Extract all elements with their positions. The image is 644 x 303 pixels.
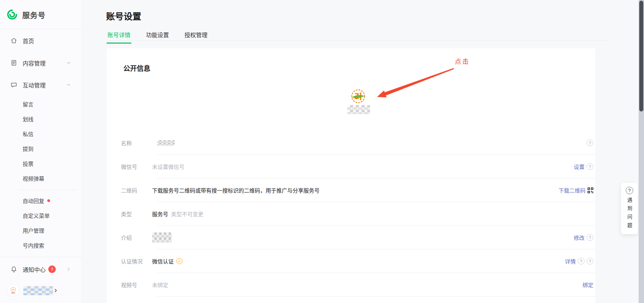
sidebar-item-label: 内容管理 <box>23 59 46 67</box>
annotation-arrow <box>374 67 462 102</box>
modify-intro-link[interactable]: 修改 <box>574 233 585 242</box>
sidebar-item-user-mgmt[interactable]: 用户管理 <box>0 226 82 235</box>
table-row-qrcode: 二维码 下载服务号二维码或带有搜一搜标识的二维码，用于推广与分享服务号 下载二维… <box>107 178 595 202</box>
field-value: 微信认证 ✓ <box>152 257 182 265</box>
sidebar-item-private-msg[interactable]: 私信 <box>0 129 82 138</box>
sidebar-item-home[interactable]: 首页 <box>0 35 82 46</box>
sidebar-divider <box>0 257 82 257</box>
sidebar-account-switcher[interactable] <box>0 283 82 298</box>
page-title: 账号设置 <box>106 9 141 22</box>
field-value: 下载服务号二维码或带有搜一搜标识的二维码，用于推广与分享服务号 <box>152 186 320 194</box>
field-label: 介绍 <box>121 233 132 242</box>
sidebar-item-label: 自动回复 <box>23 197 44 205</box>
chat-bubble-icon <box>10 81 18 89</box>
table-row-name: 名称 ? <box>107 131 595 155</box>
sidebar-item-underlines[interactable]: 划线 <box>0 114 82 124</box>
sidebar-divider <box>18 190 77 190</box>
sidebar-item-label: 用户管理 <box>23 226 44 234</box>
sidebar-item-video-danmu[interactable]: 视频弹幕 <box>0 174 82 183</box>
sidebar-item-content-mgmt[interactable]: 内容管理 <box>0 57 82 68</box>
sidebar-item-label: 私信 <box>23 130 33 138</box>
set-wechat-id-link[interactable]: 设置 <box>574 162 585 171</box>
brand-logo-icon <box>6 9 18 20</box>
sidebar-item-label: 互动管理 <box>23 81 46 89</box>
account-logo-avatar[interactable]: Z <box>350 88 366 104</box>
scrollbar-track[interactable] <box>639 0 644 303</box>
field-label: 二维码 <box>121 186 137 194</box>
tab-authorization-mgmt[interactable]: 授权管理 <box>184 30 207 44</box>
help-icon[interactable]: ? <box>587 234 593 241</box>
type-value: 服务号 <box>152 210 168 218</box>
tab-feature-settings[interactable]: 功能设置 <box>146 30 169 44</box>
sidebar-item-notifications[interactable]: 通知中心 7 <box>0 263 82 275</box>
account-name-redacted <box>23 286 53 295</box>
sidebar-item-account-search[interactable]: 号内搜索 <box>0 241 82 250</box>
scrollbar-thumb[interactable] <box>639 1 643 111</box>
type-note: 类型不可变更 <box>171 210 203 218</box>
sidebar-item-label: 视频弹幕 <box>23 174 44 182</box>
public-info-card: 公开信息 Z 点击 名称 ? <box>107 48 595 303</box>
sidebar-item-mentions[interactable]: 提到 <box>0 144 82 153</box>
account-avatar <box>7 284 19 297</box>
sidebar-item-label: 划线 <box>23 115 33 123</box>
document-icon <box>10 59 18 67</box>
bell-icon <box>10 266 18 273</box>
table-row-wechat-id: 微信号 未设置微信号 设置 ? <box>107 155 595 178</box>
sidebar-item-votes[interactable]: 投票 <box>0 159 82 168</box>
verified-check-icon: ✓ <box>176 258 182 264</box>
name-value-redacted <box>157 140 175 146</box>
sidebar-item-label: 首页 <box>23 36 34 45</box>
help-icon[interactable]: ? <box>587 258 593 264</box>
table-row-type: 类型 服务号 类型不可变更 <box>107 202 595 226</box>
download-qrcode-link[interactable]: 下载二维码 <box>559 186 586 194</box>
chevron-up-icon <box>66 82 71 87</box>
brand-header: 服务号 <box>0 0 82 29</box>
field-label: 认证情况 <box>121 257 143 265</box>
field-label: 类型 <box>121 210 132 218</box>
sidebar-item-label: 通知中心 <box>23 265 46 274</box>
help-icon: ? <box>626 187 633 194</box>
verification-details-link[interactable]: 详情 <box>565 257 576 265</box>
help-icon[interactable]: ? <box>578 258 585 264</box>
sidebar-item-interaction-mgmt[interactable]: 互动管理 <box>0 79 82 90</box>
check-glyph: ✓ <box>178 259 181 263</box>
help-floating-panel[interactable]: ? 遇到问题 <box>621 183 638 234</box>
table-row-intro: 介绍 修改 ? <box>107 226 595 249</box>
field-label: 名称 <box>121 139 132 147</box>
verification-value: 微信认证 <box>152 257 174 265</box>
sidebar-item-custom-menu[interactable]: 自定义菜单 <box>0 211 82 220</box>
field-label: 微信号 <box>121 162 137 171</box>
intro-value-redacted <box>152 232 172 243</box>
sidebar-item-label: 号内搜索 <box>23 241 44 249</box>
sidebar-item-auto-reply[interactable]: 自动回复 <box>0 196 82 205</box>
field-value: 服务号 类型不可变更 <box>152 210 203 218</box>
tab-account-details[interactable]: 账号详情 <box>107 30 130 44</box>
sidebar-item-label: 投票 <box>23 159 33 168</box>
annotation-click-label: 点击 <box>455 56 470 66</box>
sidebar-item-label: 自定义菜单 <box>23 211 50 220</box>
sidebar-item-label: 留言 <box>23 100 33 108</box>
help-glyph: ? <box>589 259 591 264</box>
field-value: 未绑定 <box>152 281 168 289</box>
brand-name: 服务号 <box>22 9 46 20</box>
help-glyph: ? <box>589 164 591 169</box>
help-glyph: ? <box>580 259 582 264</box>
help-panel-label: 遇到问题 <box>626 197 633 231</box>
help-icon[interactable]: ? <box>587 163 593 170</box>
qrcode-icon[interactable] <box>588 187 593 193</box>
help-glyph: ? <box>589 141 591 146</box>
sidebar-item-comments[interactable]: 留言 <box>0 99 82 109</box>
account-name-redacted <box>347 105 370 114</box>
row-divider <box>157 296 595 297</box>
sidebar-item-label: 提到 <box>23 145 33 153</box>
chevron-down-icon <box>66 60 71 66</box>
field-label: 视频号 <box>121 281 137 289</box>
sidebar: 服务号 首页 内容管理 <box>0 0 82 303</box>
tab-bar-divider <box>107 41 610 41</box>
chevron-right-icon <box>53 288 58 293</box>
field-value: 未设置微信号 <box>152 162 184 171</box>
app-window: 服务号 首页 内容管理 <box>0 0 644 303</box>
bind-channels-link[interactable]: 绑定 <box>583 281 593 289</box>
tab-bar: 账号详情 功能设置 授权管理 <box>107 30 207 44</box>
help-icon[interactable]: ? <box>587 140 593 146</box>
